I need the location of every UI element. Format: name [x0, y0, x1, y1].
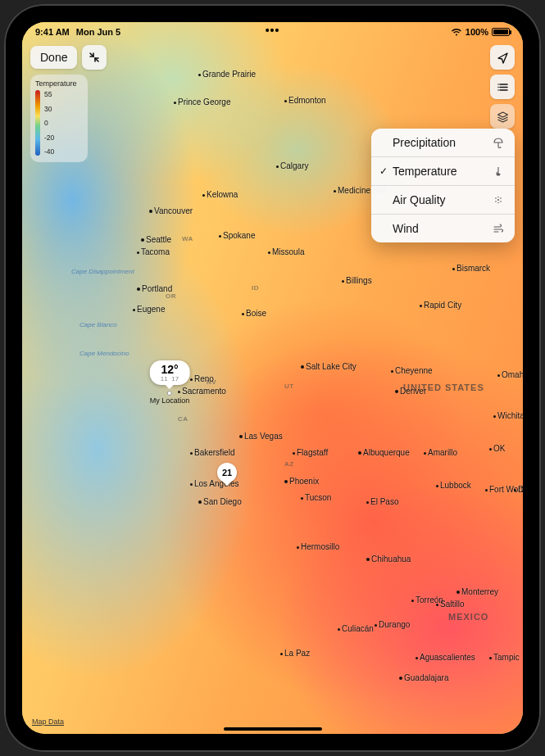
location-list-button[interactable]	[490, 75, 515, 99]
svg-point-4	[495, 201, 497, 202]
pin-value: 21	[222, 468, 232, 478]
city-label: Albuquerque	[358, 448, 410, 457]
my-location-temp: 12°	[161, 363, 178, 376]
city-label: Tucson	[301, 493, 331, 502]
city-label: Vancouver	[149, 206, 193, 215]
check-icon: ✓	[379, 165, 393, 177]
locate-me-button[interactable]	[490, 45, 515, 70]
city-label: Aguascalientes	[416, 653, 475, 662]
city-label: Las Vegas	[239, 432, 283, 441]
city-label: El Paso	[366, 497, 398, 506]
location-arrow-icon	[497, 52, 509, 64]
legend-tick: 0	[44, 119, 54, 127]
city-label: Amarillo	[424, 448, 457, 457]
layer-item-wind[interactable]: Wind	[371, 215, 515, 242]
coast-label: Cape Blanco	[79, 321, 117, 328]
wind-icon	[492, 223, 505, 234]
city-temp-pin[interactable]: 21	[217, 463, 237, 482]
layer-item-temperature[interactable]: ✓ Temperature	[371, 157, 515, 186]
menu-label: Precipitation	[393, 136, 492, 149]
multitask-dots-icon[interactable]: •••	[266, 24, 280, 37]
pin-dot-icon	[167, 391, 172, 396]
city-label: Chihuahua	[366, 555, 411, 564]
region-label-mx: MEXICO	[448, 612, 488, 622]
city-label: Denver	[395, 387, 426, 396]
screen: 9:41 AM Mon Jun 5 ••• 100% Done	[22, 22, 523, 734]
my-location-caption: My Location	[150, 396, 190, 405]
city-label: Bismarck	[452, 264, 490, 273]
city-label: Boise	[242, 309, 266, 318]
layers-button[interactable]	[490, 104, 515, 129]
status-time: 9:41 AM	[35, 27, 70, 37]
legend-ticks: 55 30 0 -20 -40	[44, 90, 54, 156]
city-label: Wichita	[493, 411, 523, 420]
city-label: Da	[514, 485, 523, 494]
collapse-icon	[89, 52, 100, 63]
home-indicator[interactable]	[224, 727, 322, 731]
legend-gradient	[35, 90, 40, 156]
city-label: La Paz	[280, 649, 310, 658]
city-label: Lubbock	[436, 481, 471, 490]
layer-item-air-quality[interactable]: Air Quality	[371, 186, 515, 215]
city-label: Cheyenne	[391, 366, 433, 375]
menu-label: Wind	[393, 222, 492, 235]
menu-label: Air Quality	[393, 193, 492, 206]
temperature-legend: Temperature 55 30 0 -20 -40	[30, 75, 88, 162]
map-data-link[interactable]: Map Data	[32, 718, 64, 726]
coast-label: Cape Disappointment	[71, 268, 134, 275]
state-abbr: OR	[166, 292, 176, 300]
city-label: Grande Prairie	[198, 70, 256, 79]
city-label: Durango	[375, 620, 410, 629]
state-abbr: ID	[252, 284, 259, 292]
wifi-icon	[451, 28, 462, 36]
city-label: Kelowna	[202, 190, 238, 199]
list-icon	[497, 81, 509, 93]
city-label: Hermosillo	[297, 542, 339, 551]
thermometer-icon	[492, 165, 505, 177]
temp-low: 11	[161, 375, 168, 383]
city-label: Reno	[190, 374, 214, 383]
battery-pct: 100%	[466, 27, 488, 37]
city-label: Prince George	[174, 97, 230, 106]
svg-point-7	[497, 202, 498, 203]
legend-tick: -40	[44, 147, 54, 156]
umbrella-icon	[492, 137, 505, 148]
city-label: Spokane	[219, 231, 255, 240]
city-label: San Diego	[198, 497, 242, 506]
done-button[interactable]: Done	[30, 46, 77, 69]
city-label: Missoula	[268, 247, 304, 256]
city-label: Saltillo	[436, 600, 464, 609]
city-label: Seattle	[141, 235, 171, 244]
svg-point-5	[500, 201, 502, 202]
done-label: Done	[40, 51, 67, 64]
layers-icon	[497, 111, 509, 123]
legend-tick: 55	[44, 90, 54, 98]
city-label: Billings	[342, 276, 372, 285]
coast-label: Cape Mendocino	[79, 350, 129, 357]
city-label: Omaha	[497, 370, 523, 379]
city-label: Phoenix	[284, 477, 319, 486]
city-label: Salt Lake City	[301, 362, 357, 371]
battery-icon	[492, 28, 510, 36]
city-label: Rapid City	[420, 301, 461, 310]
my-location-pin[interactable]: 12° 11 17 My Location	[150, 360, 190, 405]
city-label: Bakersfield	[190, 448, 234, 457]
ipad-frame: 9:41 AM Mon Jun 5 ••• 100% Done	[4, 4, 541, 752]
menu-label: Temperature	[393, 165, 492, 178]
city-label: Eugene	[133, 305, 165, 314]
legend-tick: 30	[44, 105, 54, 113]
svg-point-0	[497, 173, 499, 175]
collapse-button[interactable]	[82, 45, 107, 70]
city-label: Calgary	[276, 161, 308, 170]
state-abbr: CA	[178, 415, 188, 423]
city-label: Guadalajara	[399, 673, 448, 682]
city-label: Tacoma	[137, 247, 170, 256]
svg-point-1	[497, 199, 499, 201]
city-label: Edmonton	[284, 96, 326, 105]
status-date: Mon Jun 5	[76, 27, 120, 37]
temp-high: 17	[171, 375, 179, 383]
layer-item-precipitation[interactable]: Precipitation	[371, 129, 515, 157]
legend-title: Temperature	[35, 79, 83, 88]
state-abbr: UT	[284, 383, 294, 390]
aqi-icon	[492, 194, 505, 206]
